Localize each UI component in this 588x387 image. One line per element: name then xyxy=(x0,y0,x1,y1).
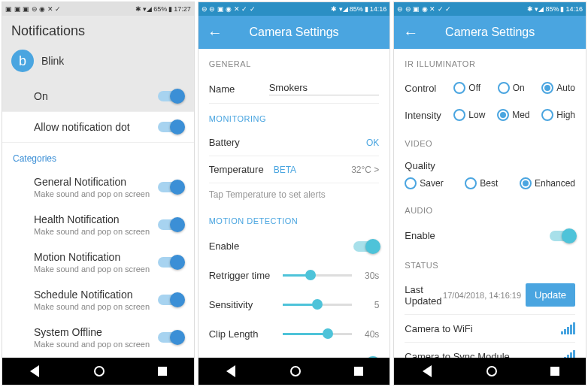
section-ir: IR ILLUMINATOR xyxy=(405,49,575,74)
section-video: VIDEO xyxy=(405,128,575,154)
toggle-cat[interactable] xyxy=(158,257,183,268)
radio-control-auto[interactable]: Auto xyxy=(541,82,575,94)
app-icon: b xyxy=(11,50,34,72)
radio-control-on[interactable]: On xyxy=(498,82,525,94)
name-field[interactable]: Name Smokers xyxy=(209,74,380,104)
nav-recent[interactable] xyxy=(354,367,363,376)
temperature-row[interactable]: Temperature BETA 32°C > xyxy=(209,156,380,183)
temperature-hint: Tap Temperature to set alerts xyxy=(209,183,380,206)
sync-row[interactable]: Camera to Sync Module xyxy=(405,343,575,358)
radio-quality-saver[interactable]: Saver xyxy=(405,177,443,189)
radio-quality-best[interactable]: Best xyxy=(465,177,498,189)
app-header: ← Camera Settings xyxy=(199,16,390,49)
radio-control-off[interactable]: Off xyxy=(453,82,480,94)
sensitivity-row[interactable]: Sensitivity 5 xyxy=(209,290,380,319)
app-header: ← Camera Settings xyxy=(394,16,586,49)
app-name-label: Blink xyxy=(41,55,64,67)
radio-intensity-low[interactable]: Low xyxy=(453,109,485,121)
cat-system[interactable]: System OfflineMake sound and pop on scre… xyxy=(2,319,194,356)
cat-schedule[interactable]: Schedule NotificationMake sound and pop … xyxy=(2,281,194,319)
section-general: GENERAL xyxy=(209,49,380,74)
cat-motion[interactable]: Motion NotificationMake sound and pop on… xyxy=(2,243,194,281)
nav-home[interactable] xyxy=(486,366,497,376)
allow-dot-row[interactable]: Allow notification dot xyxy=(2,112,194,143)
retrigger-row[interactable]: Retrigger time 30s xyxy=(209,261,380,290)
nav-back[interactable] xyxy=(29,367,41,376)
battery-status: OK xyxy=(366,138,379,148)
nav-recent[interactable] xyxy=(158,367,167,376)
cat-general[interactable]: General NotificationMake sound and pop o… xyxy=(2,168,194,206)
section-status: STATUS xyxy=(405,250,575,276)
nav-home[interactable] xyxy=(94,366,105,376)
wifi-signal-icon xyxy=(561,322,575,334)
page-title: Notifications xyxy=(2,16,194,44)
nav-back[interactable] xyxy=(225,367,237,376)
back-arrow-icon[interactable]: ← xyxy=(208,24,223,41)
enable-row[interactable]: Enable xyxy=(209,231,380,261)
toggle-allow-dot[interactable] xyxy=(158,122,183,132)
status-bar: ▣ ▣ ▣ ⊖ ◉ ✕ ✓ ✱ ▾◢ 65% ▮ 17:27 xyxy=(2,2,194,16)
audio-enable-row[interactable]: Enable xyxy=(405,221,575,250)
cat-health[interactable]: Health NotificationMake sound and pop on… xyxy=(2,206,194,243)
wifi-row[interactable]: Camera to WiFi xyxy=(405,315,575,343)
app-row[interactable]: b Blink xyxy=(2,44,194,81)
android-navbar xyxy=(199,358,390,385)
sync-signal-icon xyxy=(561,350,575,358)
clip-row[interactable]: Clip Length 40s xyxy=(209,319,380,349)
phone-camera-settings-1: ⊖ ⊖ ▣ ◉ ✕ ✓ ✓ ✱ ▾◢ 85% ▮ 14:16 ← Camera … xyxy=(198,2,391,385)
radio-quality-enhanced[interactable]: Enhanced xyxy=(520,177,575,189)
toggle-on[interactable] xyxy=(158,91,183,101)
nav-recent[interactable] xyxy=(550,367,559,376)
phone-camera-settings-2: ⊖ ⊖ ▣ ◉ ✕ ✓ ✓ ✱ ▾◢ 85% ▮ 14:16 ← Camera … xyxy=(393,2,586,385)
back-arrow-icon[interactable]: ← xyxy=(403,24,418,41)
quality-row: Quality Saver Best Enhanced xyxy=(405,154,575,195)
on-toggle-row[interactable]: On xyxy=(2,81,194,112)
nav-back[interactable] xyxy=(421,367,433,376)
nav-home[interactable] xyxy=(290,366,301,376)
toggle-cat[interactable] xyxy=(158,182,183,192)
intensity-row: Intensity Low Med High xyxy=(405,101,575,128)
section-audio: AUDIO xyxy=(405,195,575,221)
categories-header: Categories xyxy=(2,143,194,168)
toggle-cat[interactable] xyxy=(158,332,183,343)
page-title: Camera Settings xyxy=(424,26,556,39)
android-navbar xyxy=(2,358,194,385)
retrigger-slider[interactable] xyxy=(283,274,353,277)
endclip-row[interactable]: End Clip early if motion stops xyxy=(209,349,380,358)
beta-badge: BETA xyxy=(274,165,296,175)
update-button[interactable]: Update xyxy=(526,283,575,307)
page-title: Camera Settings xyxy=(229,26,360,39)
toggle-cat[interactable] xyxy=(158,295,183,305)
toggle-cat[interactable] xyxy=(158,219,183,230)
sensitivity-slider[interactable] xyxy=(283,304,353,306)
status-bar: ⊖ ⊖ ▣ ◉ ✕ ✓ ✓ ✱ ▾◢ 85% ▮ 14:16 xyxy=(394,2,586,16)
status-bar: ⊖ ⊖ ▣ ◉ ✕ ✓ ✓ ✱ ▾◢ 85% ▮ 14:16 xyxy=(199,2,390,16)
radio-intensity-med[interactable]: Med xyxy=(497,109,529,121)
radio-intensity-high[interactable]: High xyxy=(541,109,575,121)
toggle-enable-motion[interactable] xyxy=(353,241,379,252)
android-navbar xyxy=(394,358,586,385)
section-monitoring: MONITORING xyxy=(209,104,380,129)
name-input[interactable]: Smokers xyxy=(269,82,380,95)
toggle-audio-enable[interactable] xyxy=(550,231,575,241)
last-updated-row: Last Updated 17/04/2018, 14:16:19 Update xyxy=(405,276,575,315)
section-motion: MOTION DETECTION xyxy=(209,206,380,231)
phone-notifications: ▣ ▣ ▣ ⊖ ◉ ✕ ✓ ✱ ▾◢ 65% ▮ 17:27 Notificat… xyxy=(2,2,195,385)
control-row: Control Off On Auto xyxy=(405,74,575,101)
clip-slider[interactable] xyxy=(283,333,353,335)
battery-row[interactable]: Battery OK xyxy=(209,129,380,156)
